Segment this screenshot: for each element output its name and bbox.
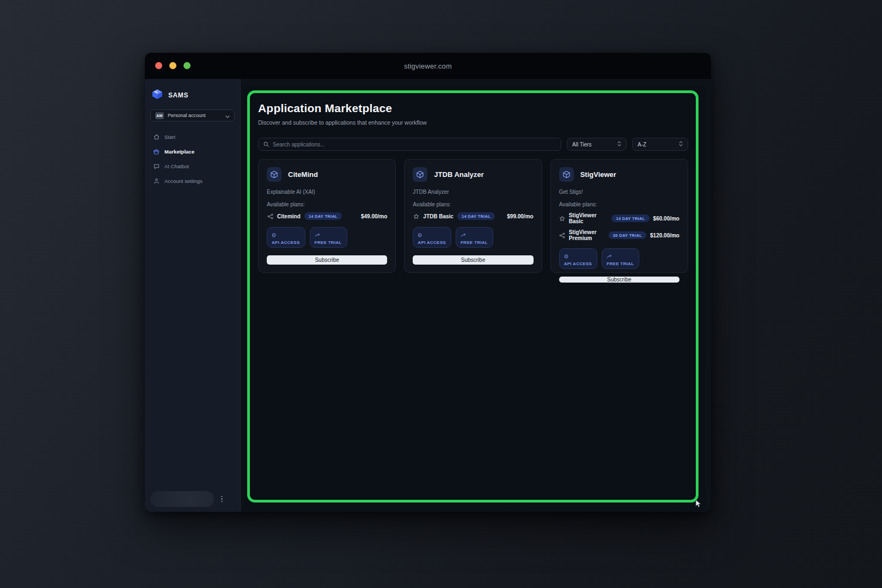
sort-value: A-Z [638, 142, 646, 148]
tag-label: API ACCESS [564, 261, 592, 266]
api-icon [418, 230, 446, 240]
plan-name: JTDB Basic [423, 213, 454, 219]
subscribe-button[interactable]: Subscribe [559, 277, 679, 283]
tag-label: API ACCESS [418, 240, 446, 245]
close-window-icon[interactable] [155, 62, 162, 69]
tier-filter-select[interactable]: All Tiers [567, 138, 627, 151]
trial-badge: 14 DAY TRIAL [304, 212, 342, 220]
filter-row: All Tiers A-Z [258, 138, 688, 151]
brand-name: SAMS [168, 91, 188, 99]
search-input[interactable] [273, 142, 556, 148]
plans-label: Available plans: [413, 201, 533, 207]
user-chip-skeleton[interactable] [150, 491, 214, 507]
api-icon [272, 230, 300, 240]
minimize-window-icon[interactable] [169, 62, 176, 69]
brand: SAMS [150, 87, 235, 109]
titlebar: stigviewer.com [145, 53, 711, 79]
plan-price: $49.00/mo [361, 213, 387, 219]
page-title: Application Marketplace [258, 102, 688, 115]
trial-badge: 14 DAY TRIAL [457, 212, 495, 220]
home-icon [153, 134, 160, 140]
tag-label: API ACCESS [272, 240, 300, 245]
sort-select[interactable]: A-Z [632, 138, 688, 151]
plan-name: StigViewer Basic [569, 212, 608, 224]
free-trial-tag: FREE TRIAL [602, 248, 639, 269]
updown-chevrons-icon [679, 141, 683, 148]
tier-filter-value: All Tiers [572, 142, 592, 148]
sidebar-item-start[interactable]: Start [150, 131, 235, 143]
trial-icon [461, 230, 488, 240]
api-access-tag: API ACCESS [267, 227, 305, 248]
app-name: CiteMind [288, 170, 318, 179]
desktop-backdrop: stigviewer.com SAMS AW Personal account [0, 0, 882, 588]
app-card-citemind: CiteMind Explainable AI (XAI) Available … [258, 159, 396, 273]
avatar: AW [155, 112, 164, 119]
sidebar-item-marketplace[interactable]: Marketplace [150, 146, 235, 157]
sams-logo-icon [151, 89, 163, 102]
sidebar-item-label: AI Chatbot [164, 163, 189, 169]
app-cards: CiteMind Explainable AI (XAI) Available … [258, 159, 688, 273]
window-title: stigviewer.com [404, 62, 452, 70]
plan-row: StigViewer Premium 30 DAY TRIAL $120.00/… [559, 229, 679, 241]
marketplace-content: Application Marketplace Discover and sub… [258, 102, 688, 500]
tag-row: API ACCESS FREE TRIAL [559, 248, 679, 269]
subscribe-button[interactable]: Subscribe [267, 255, 387, 265]
page-subtitle: Discover and subscribe to applications t… [258, 119, 688, 126]
mouse-cursor-icon [695, 499, 702, 510]
app-description: Get Stigs! [559, 189, 679, 195]
cube-icon [559, 167, 574, 182]
star-icon [559, 216, 565, 222]
marketplace-icon [153, 149, 160, 155]
app-card-stigviewer: StigViewer Get Stigs! Available plans: S… [550, 159, 688, 273]
plan-price: $99.00/mo [507, 213, 533, 219]
share-nodes-icon [559, 232, 565, 238]
sidebar-item-label: Account settings [164, 178, 203, 184]
plan-price: $120.00/mo [650, 232, 679, 238]
app-name: JTDB Analyzer [434, 170, 483, 179]
card-header: CiteMind [267, 167, 387, 182]
tag-label: FREE TRIAL [607, 261, 634, 266]
trial-badge: 30 DAY TRIAL [609, 231, 646, 239]
app-description: Explainable AI (XAI) [267, 189, 387, 195]
search-icon [264, 139, 269, 149]
free-trial-tag: FREE TRIAL [456, 227, 493, 248]
plans-label: Available plans: [267, 201, 387, 207]
plan-name: Citemind [277, 213, 301, 219]
subscribe-button[interactable]: Subscribe [413, 255, 533, 265]
cube-icon [413, 167, 427, 182]
chat-icon [153, 163, 160, 169]
card-header: JTDB Analyzer [413, 167, 533, 182]
tag-label: FREE TRIAL [315, 240, 342, 245]
main-area: Application Marketplace Discover and sub… [241, 79, 711, 512]
api-access-tag: API ACCESS [559, 248, 598, 269]
app-description: JTDB Analyzer [413, 189, 533, 195]
sidebar-item-ai-chatbot[interactable]: AI Chatbot [150, 161, 235, 172]
sidebar: SAMS AW Personal account Start [145, 79, 241, 512]
more-options-icon[interactable] [221, 496, 223, 503]
plan-name: StigViewer Premium [569, 229, 605, 241]
app-name: StigViewer [580, 170, 616, 179]
search-box [258, 138, 561, 151]
tag-label: FREE TRIAL [461, 240, 488, 245]
tag-row: API ACCESS FREE TRIAL [267, 227, 387, 248]
trial-icon [315, 230, 342, 240]
cube-icon [267, 167, 281, 182]
traffic-lights [155, 62, 191, 69]
star-icon [413, 213, 419, 219]
plan-price: $60.00/mo [653, 216, 679, 222]
sidebar-item-label: Marketplace [164, 149, 194, 155]
app-card-jtdb-analyzer: JTDB Analyzer JTDB Analyzer Available pl… [404, 159, 542, 273]
plan-row: Citemind 14 DAY TRIAL $49.00/mo [267, 212, 387, 220]
account-switcher[interactable]: AW Personal account [150, 109, 235, 121]
free-trial-tag: FREE TRIAL [310, 227, 347, 248]
zoom-window-icon[interactable] [183, 62, 191, 69]
plans-label: Available plans: [559, 201, 679, 207]
api-icon [564, 251, 592, 261]
plan-row: JTDB Basic 14 DAY TRIAL $99.00/mo [413, 212, 533, 220]
updown-chevrons-icon [617, 141, 621, 148]
sidebar-nav: Start Marketplace AI Chatbot [150, 131, 235, 187]
share-nodes-icon [267, 213, 273, 219]
sidebar-item-account-settings[interactable]: Account settings [150, 175, 235, 187]
trial-badge: 14 DAY TRIAL [611, 215, 649, 222]
trial-icon [607, 251, 634, 261]
